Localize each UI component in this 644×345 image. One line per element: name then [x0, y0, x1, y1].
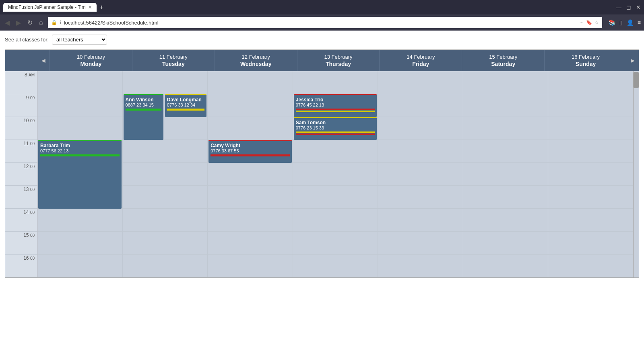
- slot-thu-11[interactable]: [293, 140, 378, 163]
- slot-wed-15[interactable]: [208, 232, 293, 255]
- close-window-button[interactable]: ✕: [636, 4, 641, 10]
- event-dave-longman[interactable]: Dave Longman 0776 33 12 34: [165, 94, 206, 117]
- browser-tab[interactable]: MindFusion JsPlanner Sample - Tim ✕: [3, 3, 97, 12]
- slot-sat-16[interactable]: [463, 255, 548, 277]
- day-date-thursday: 13 February: [299, 54, 378, 60]
- account-icon[interactable]: 👤: [627, 19, 634, 26]
- event-phone-camy: 0776 33 67 55: [211, 148, 290, 153]
- slot-sun-8[interactable]: [548, 71, 633, 94]
- slot-sat-13[interactable]: [463, 186, 548, 209]
- event-phone-ann: 0887 23 34 15: [126, 103, 161, 107]
- slot-sun-13[interactable]: [548, 186, 633, 209]
- slot-thu-8[interactable]: [293, 71, 378, 94]
- forward-button[interactable]: ▶: [14, 18, 23, 27]
- slot-sat-15[interactable]: [463, 232, 548, 255]
- slot-tue-12[interactable]: [123, 163, 208, 186]
- slot-sat-12[interactable]: [463, 163, 548, 186]
- slot-mon-10[interactable]: [37, 117, 122, 140]
- event-bar-ann: [126, 109, 161, 111]
- slot-tue-11[interactable]: [123, 140, 208, 163]
- slot-thu-12[interactable]: [293, 163, 378, 186]
- teacher-filter-select[interactable]: all teachersAnn WinsonDave LongmanBarbar…: [52, 35, 107, 45]
- calendar-body[interactable]: 8 AM 9 00 10 00 11 00 12 00 13 00: [5, 71, 639, 277]
- slot-wed-16[interactable]: [208, 255, 293, 277]
- slot-wed-10[interactable]: [208, 117, 293, 140]
- home-button[interactable]: ⌂: [37, 18, 45, 27]
- slot-sun-15[interactable]: [548, 232, 633, 255]
- slot-fri-11[interactable]: [378, 140, 463, 163]
- slot-sat-14[interactable]: [463, 209, 548, 232]
- slot-fri-12[interactable]: [378, 163, 463, 186]
- prev-week-button[interactable]: ◄: [37, 50, 50, 71]
- slot-tue-8[interactable]: [123, 71, 208, 94]
- time-slot-10: 10 00: [5, 117, 37, 140]
- slot-thu-16[interactable]: [293, 255, 378, 277]
- address-box[interactable]: 🔒 ℹ localhost:56422/SkiSchoolSchedule.ht…: [48, 17, 602, 28]
- slot-sat-11[interactable]: [463, 140, 548, 163]
- day-date-wednesday: 12 February: [217, 54, 295, 60]
- day-name-saturday: Saturday: [464, 61, 543, 67]
- slot-wed-9[interactable]: [208, 94, 293, 117]
- slot-mon-16[interactable]: [37, 255, 122, 277]
- slot-sun-16[interactable]: [548, 255, 633, 277]
- slot-wed-12[interactable]: [208, 163, 293, 186]
- slot-tue-15[interactable]: [123, 232, 208, 255]
- refresh-button[interactable]: ↻: [26, 18, 34, 27]
- slot-sun-11[interactable]: [548, 140, 633, 163]
- slot-sun-9[interactable]: [548, 94, 633, 117]
- slot-mon-9[interactable]: [37, 94, 122, 117]
- day-col-monday: Barbara Trim 0777 56 22 13: [37, 71, 123, 277]
- slot-sat-10[interactable]: [463, 117, 548, 140]
- back-button[interactable]: ◀: [3, 18, 11, 27]
- event-jessica-trio[interactable]: Jessica Trio 0776 45 22 13: [294, 94, 377, 117]
- slot-mon-14[interactable]: [37, 209, 122, 232]
- slot-sun-10[interactable]: [548, 117, 633, 140]
- slot-fri-16[interactable]: [378, 255, 463, 277]
- day-name-wednesday: Wednesday: [217, 61, 295, 67]
- slot-tue-16[interactable]: [123, 255, 208, 277]
- slot-sun-14[interactable]: [548, 209, 633, 232]
- slot-thu-14[interactable]: [293, 209, 378, 232]
- tab-close-button[interactable]: ✕: [88, 5, 92, 10]
- restore-button[interactable]: ◻: [626, 4, 631, 10]
- day-date-saturday: 15 February: [464, 54, 543, 60]
- sidebar-icon[interactable]: ▯: [619, 19, 623, 26]
- slot-mon-15[interactable]: [37, 232, 122, 255]
- slot-sun-12[interactable]: [548, 163, 633, 186]
- slot-fri-8[interactable]: [378, 71, 463, 94]
- scrollbar-thumb[interactable]: [634, 72, 639, 88]
- new-tab-button[interactable]: +: [100, 4, 103, 11]
- menu-button[interactable]: ≡: [638, 19, 641, 26]
- slot-sat-8[interactable]: [463, 71, 548, 94]
- calendar-scrollbar[interactable]: [633, 71, 639, 277]
- slot-tue-13[interactable]: [123, 186, 208, 209]
- next-week-button[interactable]: ►: [627, 50, 639, 71]
- slot-fri-14[interactable]: [378, 209, 463, 232]
- event-ann-winson[interactable]: Ann Winson 0887 23 34 15: [124, 94, 163, 140]
- filter-row: See all classes for: all teachersAnn Win…: [5, 35, 639, 45]
- time-label-8am: 8 AM: [25, 72, 35, 78]
- slot-wed-14[interactable]: [208, 209, 293, 232]
- slot-thu-15[interactable]: [293, 232, 378, 255]
- slot-tue-14[interactable]: [123, 209, 208, 232]
- event-sam-tomson[interactable]: Sam Tomson 0776 23 15 33: [294, 117, 377, 140]
- slot-fri-13[interactable]: [378, 186, 463, 209]
- day-col-friday: [378, 71, 463, 277]
- slot-mon-8[interactable]: [37, 71, 122, 94]
- slot-fri-10[interactable]: [378, 117, 463, 140]
- minimize-button[interactable]: —: [616, 4, 621, 10]
- slot-wed-13[interactable]: [208, 186, 293, 209]
- filter-label: See all classes for:: [5, 37, 49, 43]
- slot-sat-9[interactable]: [463, 94, 548, 117]
- slot-thu-13[interactable]: [293, 186, 378, 209]
- slot-wed-8[interactable]: [208, 71, 293, 94]
- event-camy-wright[interactable]: Camy Wright 0776 33 67 55: [208, 140, 292, 163]
- slot-fri-15[interactable]: [378, 232, 463, 255]
- day-header-saturday: 15 February Saturday: [462, 50, 544, 71]
- day-name-monday: Monday: [52, 61, 130, 67]
- slot-fri-9[interactable]: [378, 94, 463, 117]
- time-label-16: 16 00: [23, 255, 35, 261]
- event-phone-barbara: 0777 56 22 13: [40, 148, 120, 153]
- library-icon[interactable]: 📚: [609, 19, 615, 26]
- event-barbara-trim[interactable]: Barbara Trim 0777 56 22 13: [38, 140, 122, 209]
